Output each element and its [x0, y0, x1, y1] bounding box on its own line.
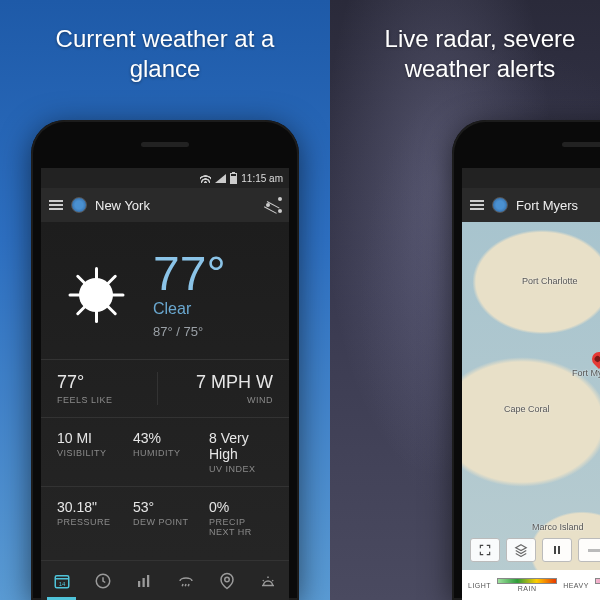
- location-title[interactable]: Fort Myers: [516, 198, 600, 213]
- location-title[interactable]: New York: [95, 198, 259, 213]
- humidity-cell: 43% HUMIDITY: [121, 430, 197, 474]
- legend-label-heavy: HEAVY: [563, 582, 589, 589]
- feels-like-cell: 77° FEELS LIKE: [57, 372, 157, 405]
- phone-speaker: [141, 142, 189, 147]
- appbar: Fort Myers: [462, 188, 600, 222]
- app-logo-icon: [71, 197, 87, 213]
- headline-right: Live radar, severe weather alerts: [330, 0, 600, 94]
- map-label-fort-myers: Fort Myers: [572, 368, 600, 378]
- android-statusbar: 11:15 am: [462, 168, 600, 188]
- share-icon[interactable]: [267, 198, 281, 212]
- phone-mockup-left: 11:15 am New York: [31, 120, 299, 600]
- dewpoint-cell: 53° DEW POINT: [121, 499, 197, 537]
- current-temp: 77°: [153, 250, 226, 298]
- high-low: 87° / 75°: [153, 324, 226, 339]
- radar-map[interactable]: Port Charlotte Fort Myers Cape Coral Mar…: [462, 222, 600, 600]
- radar-layers-button[interactable]: [506, 538, 536, 562]
- current-condition: Clear: [153, 300, 226, 318]
- android-statusbar: 11:15 am: [41, 168, 289, 188]
- current-conditions-hero: 77° Clear 87° / 75°: [41, 222, 289, 359]
- app-screen-radar: 11:15 am Fort Myers Port Charlotte Fort …: [462, 168, 600, 600]
- radar-timeline[interactable]: [578, 538, 600, 562]
- phone-speaker: [562, 142, 600, 147]
- menu-icon[interactable]: [470, 200, 484, 210]
- tab-graphs[interactable]: [124, 561, 165, 600]
- stats-row-1: 10 MI VISIBILITY 43% HUMIDITY 8 Very Hig…: [41, 417, 289, 486]
- radar-controls: [470, 538, 600, 562]
- bottom-tabbar: 14: [41, 560, 289, 600]
- pressure-cell: 30.18" PRESSURE: [57, 499, 121, 537]
- radar-pause-button[interactable]: [542, 538, 572, 562]
- promo-panel-current-weather: Current weather at a glance 11:15 am New…: [0, 0, 330, 600]
- svg-rect-4: [143, 578, 145, 587]
- wind-cell: 7 MPH W WIND: [157, 372, 274, 405]
- visibility-cell: 10 MI VISIBILITY: [57, 430, 121, 474]
- svg-rect-7: [554, 546, 556, 554]
- sun-icon: [61, 260, 131, 330]
- svg-point-6: [225, 577, 230, 582]
- radar-legend: LIGHT RAIN HEAVY MIXED SNOW: [462, 570, 600, 600]
- uv-cell: 8 Very High UV INDEX: [197, 430, 273, 474]
- map-label-port-charlotte: Port Charlotte: [522, 276, 578, 286]
- tab-precip[interactable]: [165, 561, 206, 600]
- tab-forecast[interactable]: 14: [41, 561, 82, 600]
- app-screen-weather: 11:15 am New York: [41, 168, 289, 600]
- phone-mockup-right: 11:15 am Fort Myers Port Charlotte Fort …: [452, 120, 600, 600]
- svg-rect-8: [558, 546, 560, 554]
- map-label-cape-coral: Cape Coral: [504, 404, 550, 414]
- svg-text:14: 14: [58, 581, 65, 587]
- signal-icon: [215, 174, 226, 183]
- tab-sun[interactable]: [248, 561, 289, 600]
- battery-icon: [230, 173, 237, 184]
- menu-icon[interactable]: [49, 200, 63, 210]
- appbar: New York: [41, 188, 289, 222]
- tab-radar[interactable]: [206, 561, 247, 600]
- wifi-icon: [200, 174, 211, 183]
- svg-rect-5: [147, 575, 149, 587]
- map-label-marco-island: Marco Island: [532, 522, 584, 532]
- statusbar-time: 11:15 am: [241, 173, 283, 184]
- promo-panel-radar: Live radar, severe weather alerts 11:15 …: [330, 0, 600, 600]
- app-logo-icon: [492, 197, 508, 213]
- feels-wind-row: 77° FEELS LIKE 7 MPH W WIND: [41, 359, 289, 417]
- legend-mixed-bar: [595, 578, 600, 584]
- svg-rect-3: [138, 581, 140, 587]
- stats-row-2: 30.18" PRESSURE 53° DEW POINT 0% PRECIP …: [41, 486, 289, 549]
- precip-cell: 0% PRECIP NEXT HR: [197, 499, 273, 537]
- headline-left: Current weather at a glance: [0, 0, 330, 94]
- tab-hourly[interactable]: [82, 561, 123, 600]
- legend-rain-bar: [497, 578, 557, 584]
- radar-fullscreen-button[interactable]: [470, 538, 500, 562]
- legend-label-light: LIGHT: [468, 582, 491, 589]
